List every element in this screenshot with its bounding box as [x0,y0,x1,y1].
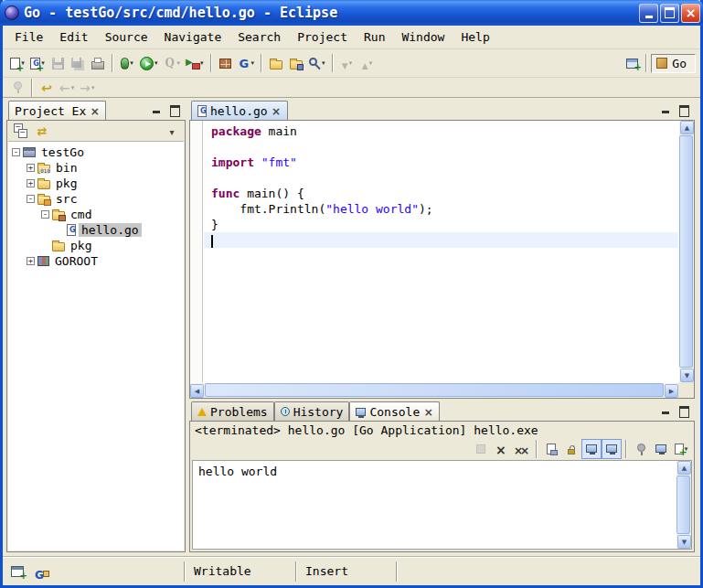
pin-editor-button[interactable] [7,78,27,98]
scrollbar-thumb[interactable] [676,476,690,534]
scroll-down-icon[interactable]: ▼ [680,369,694,382]
tree-item-hello-go[interactable]: hello.go [8,222,184,238]
save-button[interactable] [48,53,68,73]
run-button[interactable]: ▾ [137,53,161,73]
close-view-icon[interactable] [90,104,100,118]
maximize-console-button[interactable] [676,404,691,417]
expander-icon[interactable]: + [27,257,35,265]
tab-problems[interactable]: Problems [191,401,274,421]
menu-source[interactable]: Source [97,27,156,47]
maximize-editor-button[interactable] [676,103,691,116]
open-perspective-button[interactable] [622,53,642,73]
fast-view-button[interactable] [7,561,27,582]
scroll-down-icon[interactable]: ▼ [677,535,691,549]
scrollbar-thumb[interactable] [679,135,693,368]
tree-item-goroot[interactable]: +GOROOT [8,253,184,269]
editor-vertical-scrollbar[interactable]: ▲ ▼ [679,121,694,382]
minimize-editor-button[interactable] [658,103,673,116]
menu-search[interactable]: Search [229,27,289,47]
scroll-up-icon[interactable]: ▲ [677,461,691,475]
pin-console-button[interactable] [631,439,651,459]
close-editor-icon[interactable] [272,104,282,118]
code-line[interactable]: } [211,217,678,232]
annotation-ruler[interactable] [190,121,203,382]
tree-item-pkg[interactable]: pkg [8,238,184,253]
open-resource-button[interactable] [286,53,306,73]
scrollbar-thumb[interactable] [205,383,664,397]
tree-item-cmd[interactable]: -cmd [8,207,184,222]
menu-edit[interactable]: Edit [51,27,96,47]
debug-button[interactable]: ▾ [117,53,137,73]
go-launch-button[interactable] [31,561,51,582]
link-with-editor-button[interactable] [32,121,52,141]
save-all-button[interactable] [68,53,88,73]
close-window-button[interactable]: × [681,4,700,23]
scroll-up-icon[interactable]: ▲ [680,121,694,134]
terminate-button[interactable] [471,439,491,459]
tab-project-explorer[interactable]: Project Ex [8,101,106,120]
external-tools-button[interactable]: ▾ [183,53,207,73]
forward-button[interactable]: ▾ [77,78,97,98]
search-button[interactable]: ▾ [306,53,328,73]
print-button[interactable] [88,53,108,73]
scroll-left-icon[interactable]: ◀ [190,384,204,398]
minimize-view-button[interactable] [149,103,164,116]
clear-console-button[interactable] [541,439,561,459]
previous-annotation-button[interactable]: ▾ [357,53,378,73]
menu-project[interactable]: Project [289,27,356,47]
last-edit-location-button[interactable] [37,78,57,98]
new-go-package-button[interactable] [216,53,236,73]
expander-icon[interactable]: - [27,195,35,203]
editor-horizontal-scrollbar[interactable]: ◀ ▶ [190,383,678,398]
show-stderr-console-button[interactable] [602,439,622,459]
console-vertical-scrollbar[interactable]: ▲ ▼ [676,461,691,549]
expander-icon[interactable]: + [27,179,35,187]
remove-all-launches-button[interactable] [511,439,532,459]
tab-history[interactable]: History [274,401,350,421]
scroll-lock-button[interactable] [561,439,581,459]
perspective-go-button[interactable]: Go [651,54,696,73]
menu-window[interactable]: Window [393,27,453,47]
next-annotation-button[interactable]: ▾ [337,53,357,73]
collapse-all-button[interactable] [10,121,30,141]
minimize-window-button[interactable] [639,4,658,23]
code-line[interactable] [211,139,678,155]
tree-item-pkg[interactable]: +pkg [8,176,184,191]
code-line[interactable]: package main [211,123,678,139]
open-console-button[interactable]: ▾ [671,439,691,459]
code-line[interactable]: import "fmt" [211,155,678,170]
code-line[interactable] [204,232,678,248]
expander-icon[interactable]: - [41,210,49,219]
console-output[interactable]: hello world ▲ ▼ [192,460,692,550]
tree-item-testgo[interactable]: -testGo [8,144,184,160]
scroll-right-icon[interactable]: ▶ [665,384,678,398]
show-stdout-console-button[interactable] [581,439,602,459]
display-selected-console-button[interactable] [651,439,671,459]
menu-help[interactable]: Help [453,27,497,47]
profile-button[interactable]: ▾ [161,53,184,73]
expander-icon[interactable]: + [27,164,35,172]
code-line[interactable]: func main() { [211,186,678,201]
view-menu-button[interactable] [162,121,182,141]
tab-hello-go[interactable]: hello.go [191,101,288,120]
maximize-window-button[interactable] [660,4,679,23]
close-tab-icon[interactable] [423,405,433,419]
open-type-button[interactable] [266,53,286,73]
new-go-app-button[interactable]: ▾ [236,53,258,73]
minimize-console-button[interactable] [658,404,673,417]
tree-item-src[interactable]: -src [8,191,184,207]
code-line[interactable] [211,170,678,186]
new-go-element-button[interactable]: ▾ [27,53,48,73]
titlebar[interactable]: Go - testGo/src/cmd/hello.go - Eclipse × [0,0,703,26]
menu-run[interactable]: Run [356,27,393,47]
code-area[interactable]: package mainimport "fmt"func main() { fm… [204,121,678,382]
remove-launch-button[interactable] [491,439,511,459]
code-line[interactable]: fmt.Println("hello world"); [211,201,678,217]
back-button[interactable]: ▾ [57,78,77,98]
tree-item-bin[interactable]: +bin [8,160,184,176]
expander-icon[interactable]: - [12,148,20,156]
menu-file[interactable]: File [6,27,51,47]
menu-navigate[interactable]: Navigate [156,27,230,47]
tab-console[interactable]: Console [349,401,440,421]
new-wizard-button[interactable]: ▾ [7,53,27,73]
